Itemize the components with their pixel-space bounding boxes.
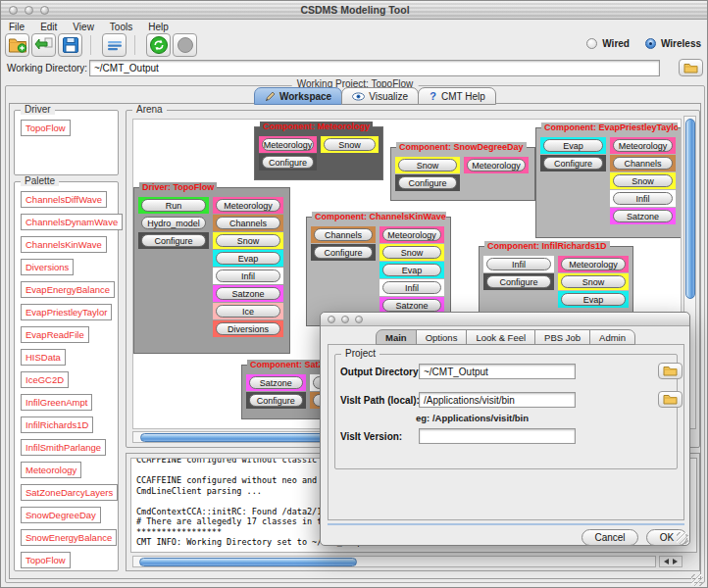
port-button[interactable]: Configure (262, 156, 314, 169)
port-button[interactable]: Snow (398, 159, 457, 172)
palette-item-infilgreenampt[interactable]: InfilGreenAmpt (21, 394, 92, 411)
output-directory-browse-button[interactable] (658, 363, 683, 379)
save-project-button[interactable] (58, 33, 82, 57)
port-button[interactable]: Infil (216, 270, 280, 282)
working-directory-label: Working Directory: (7, 63, 87, 74)
working-directory-browse-button[interactable] (679, 59, 703, 76)
working-directory-input[interactable] (89, 60, 660, 76)
dialog-tab-pbs-job[interactable]: PBS Job (534, 329, 590, 345)
component-box[interactable]: Driver: TopoFlowRunHydro_modelConfigureM… (133, 187, 290, 354)
palette-item-snowenergybalance[interactable]: SnowEnergyBalance (21, 529, 117, 546)
port-button[interactable]: Configure (398, 176, 457, 189)
scroll-right-icon[interactable] (673, 559, 678, 564)
palette-item-evapenergybalance[interactable]: EvapEnergyBalance (21, 281, 115, 298)
port-button[interactable]: Diversions (216, 322, 280, 335)
output-directory-input[interactable] (419, 364, 576, 379)
dialog-tab-options[interactable]: Options (416, 329, 468, 345)
maximize-icon[interactable] (355, 316, 363, 323)
palette-item-icegc2d[interactable]: IceGC2D (21, 371, 69, 388)
port-button[interactable]: Channels (613, 157, 673, 170)
arena-vscroll-thumb[interactable] (685, 119, 695, 299)
console-button[interactable] (102, 33, 126, 57)
visit-path-input[interactable] (419, 392, 576, 408)
port-button[interactable]: Satzone (613, 210, 673, 222)
port-button[interactable]: Satzone (249, 376, 303, 389)
palette-item-diversions[interactable]: Diversions (21, 259, 74, 275)
port-button[interactable]: Hydro_model (141, 217, 206, 229)
port-button[interactable]: Evap (543, 139, 603, 152)
port-button[interactable]: Infil (613, 192, 673, 205)
dialog-tab-main[interactable]: Main (376, 329, 417, 345)
component-box[interactable]: Component: ChannelsKinWaveChannelsConfig… (306, 217, 451, 326)
port-button[interactable]: Meteorology (613, 139, 673, 152)
dialog-tab-admin[interactable]: Admin (589, 329, 635, 345)
new-project-button[interactable] (5, 33, 29, 57)
port-button[interactable]: Channels (314, 228, 373, 241)
console-hscroll-thumb[interactable] (139, 558, 357, 566)
tab-visualize[interactable]: Visualize (341, 87, 419, 105)
visit-version-input[interactable] (419, 428, 576, 444)
port-button[interactable]: Configure (249, 394, 303, 407)
minimize-icon[interactable] (341, 316, 349, 323)
port-button[interactable]: Meteorology (561, 258, 626, 270)
driver-item-topoflow[interactable]: TopoFlow (21, 120, 71, 136)
palette-item-hisdata[interactable]: HISData (21, 349, 66, 366)
port-button[interactable]: Meteorology (467, 159, 526, 172)
settings-dialog: MainOptionsLook & FeelPBS JobAdmin Proje… (320, 312, 690, 546)
visit-path-browse-button[interactable] (658, 391, 683, 408)
port-button[interactable]: Snow (324, 138, 376, 151)
port-button[interactable]: Snow (382, 246, 441, 259)
port-button[interactable]: Evap (216, 252, 280, 265)
console-hscrollbar[interactable] (132, 556, 656, 567)
palette-item-channelsdynamwave[interactable]: ChannelsDynamWave (21, 214, 123, 230)
port-button[interactable]: Configure (141, 234, 206, 247)
palette-item-evapreadfile[interactable]: EvapReadFile (21, 326, 89, 343)
port-button[interactable]: Configure (543, 157, 603, 170)
dialog-resize-grip[interactable] (677, 532, 688, 544)
palette-item-satzonedarcylayers[interactable]: SatZoneDarcyLayers (21, 484, 118, 501)
port-button[interactable]: Run (141, 199, 206, 212)
palette-item-infilrichards1d[interactable]: InfilRichards1D (21, 416, 93, 433)
port-button[interactable]: Infil (382, 281, 441, 294)
palette-item-evappriestleytaylor[interactable]: EvapPriestleyTaylor (21, 304, 112, 320)
port-button[interactable]: Configure (486, 275, 551, 288)
port-button[interactable]: Evap (382, 264, 441, 276)
palette-item-infilsmithparlange[interactable]: InfilSmithParlange (21, 439, 106, 456)
component-box[interactable]: Component: SnowDegreeDaySnowConfigureMet… (390, 147, 535, 201)
port-button[interactable]: Snow (216, 234, 280, 247)
tab-workspace[interactable]: Workspace (254, 87, 342, 105)
scroll-left-icon[interactable] (664, 559, 669, 564)
palette-item-meteorology[interactable]: Meteorology (21, 462, 81, 478)
port-button[interactable]: Satzone (216, 287, 280, 300)
stop-button[interactable] (173, 33, 197, 57)
window-resize-grip[interactable] (691, 574, 703, 586)
port-button[interactable]: Meteorology (262, 138, 314, 151)
port-button[interactable]: Ice (216, 305, 280, 318)
port-button[interactable]: Channels (216, 217, 280, 229)
console-scroll-arrows[interactable] (659, 556, 683, 567)
run-button[interactable] (146, 33, 171, 57)
close-icon[interactable] (328, 316, 335, 323)
wired-radio[interactable]: Wired (586, 38, 630, 49)
wired-label: Wired (602, 38, 630, 49)
port-button[interactable]: Configure (314, 246, 373, 259)
port-button[interactable]: Evap (561, 293, 626, 306)
tab-cmt-help[interactable]: ?CMT Help (418, 87, 496, 105)
dialog-tab-look-feel[interactable]: Look & Feel (466, 329, 535, 345)
port-snow: Snow (610, 172, 676, 189)
palette-item-channelsdiffwave[interactable]: ChannelsDiffWave (21, 191, 107, 208)
component-box[interactable]: Component: EvapPriestleyTaylorEvapConfig… (535, 127, 682, 238)
cancel-button[interactable]: Cancel (582, 529, 638, 546)
palette-item-snowdegreeday[interactable]: SnowDegreeDay (21, 507, 101, 523)
port-button[interactable]: Infil (486, 258, 551, 270)
wireless-radio[interactable]: Wireless (645, 38, 701, 49)
component-box[interactable]: Component: MeteorologyMeteorologyConfigu… (254, 126, 383, 180)
palette-item-topoflow[interactable]: TopoFlow (21, 552, 71, 568)
port-button[interactable]: Meteorology (382, 228, 441, 241)
open-project-button[interactable] (31, 33, 56, 57)
palette-item-channelskinwave[interactable]: ChannelsKinWave (21, 236, 107, 253)
port-button[interactable]: Meteorology (216, 199, 280, 212)
port-button[interactable]: Satzone (382, 299, 441, 312)
port-button[interactable]: Snow (613, 174, 673, 187)
port-button[interactable]: Snow (561, 275, 626, 288)
